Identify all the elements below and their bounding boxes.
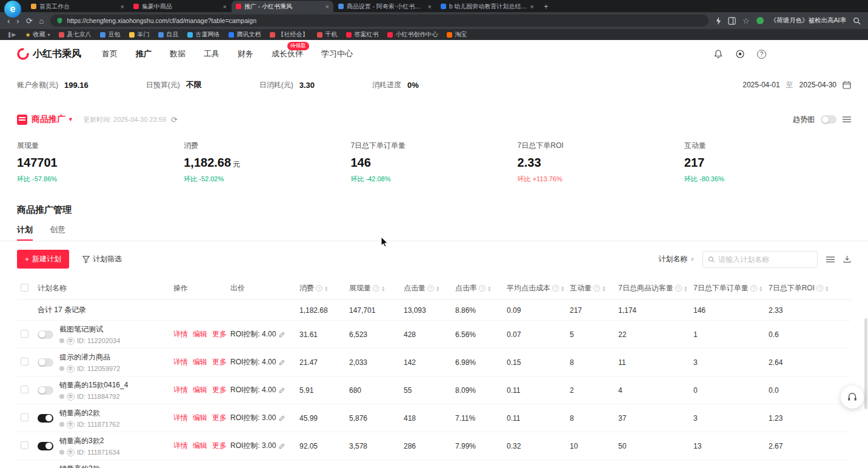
edit-link[interactable]: 编辑 <box>193 413 207 423</box>
customer-service-button[interactable] <box>841 386 864 409</box>
bookmark-item[interactable]: 豆包 <box>100 30 120 39</box>
browser-logo-icon[interactable]: e <box>4 1 21 18</box>
bookmark-item[interactable]: 腾讯文档 <box>229 30 261 39</box>
plan-status-toggle[interactable] <box>38 414 53 423</box>
bookmark-item[interactable]: 古厦网络 <box>187 30 219 39</box>
reload-icon[interactable]: ⟳ <box>26 17 33 25</box>
rewards-icon[interactable] <box>735 49 745 59</box>
app-logo[interactable]: 小红书乘风 <box>17 48 81 61</box>
edit-pencil-icon[interactable] <box>279 387 285 393</box>
profile-avatar[interactable] <box>756 17 764 24</box>
sort-icon[interactable]: ▲▼ <box>487 286 491 292</box>
more-link[interactable]: 更多 <box>212 329 227 339</box>
lightning-icon[interactable] <box>715 17 721 25</box>
plan-search-input[interactable] <box>718 255 812 264</box>
bookmark-item[interactable]: 及七京八 <box>59 30 91 39</box>
tab-close-icon[interactable]: × <box>121 3 124 10</box>
download-icon[interactable] <box>843 255 851 263</box>
back-icon[interactable]: ‹ <box>7 17 10 25</box>
home-icon[interactable]: ⌂ <box>39 17 44 25</box>
nav-item[interactable]: 财务 待领取 <box>238 48 253 59</box>
plan-filter-button[interactable]: 计划筛选 <box>82 254 122 264</box>
sort-icon[interactable]: ▲▼ <box>602 286 606 292</box>
nav-item[interactable]: 学习中心 待领取 <box>321 48 353 59</box>
address-bar[interactable]: https://chengfeng.xiaohongshu.com/cf/ad/… <box>50 15 708 27</box>
edit-pencil-icon[interactable] <box>279 331 285 338</box>
trend-toggle[interactable] <box>821 115 836 124</box>
edit-pencil-icon[interactable] <box>279 359 285 366</box>
bookmark-item[interactable]: 淘宝 <box>447 30 467 39</box>
detail-link[interactable]: 详情 <box>173 441 188 451</box>
bookmark-favorites[interactable]: ★ 收藏 ▾ <box>25 30 50 39</box>
row-checkbox[interactable] <box>21 441 28 449</box>
row-checkbox[interactable] <box>21 330 28 338</box>
plan-status-toggle[interactable] <box>38 442 53 450</box>
bookmark-item[interactable]: 小红书创作中心 <box>387 30 438 39</box>
plan-status-toggle[interactable] <box>38 386 53 395</box>
tab-close-icon[interactable]: × <box>530 3 534 10</box>
date-range-picker[interactable]: 2025-04-01 至 2025-04-30 <box>743 80 851 90</box>
row-checkbox[interactable] <box>21 413 28 421</box>
refresh-icon[interactable]: ⟳ <box>171 115 178 124</box>
forward-icon[interactable]: › <box>16 17 19 25</box>
browser-tab[interactable]: 首页工作台 × <box>27 1 129 12</box>
edit-pencil-icon[interactable] <box>279 443 285 449</box>
plan-status-toggle[interactable] <box>38 330 53 339</box>
search-field-select[interactable]: 计划名称 ∨ <box>658 254 694 264</box>
column-settings-icon[interactable] <box>826 256 835 263</box>
search-icon[interactable] <box>853 17 861 25</box>
detail-link[interactable]: 详情 <box>173 413 188 423</box>
nav-item[interactable]: 工具 待领取 <box>204 48 219 59</box>
promotion-type-select[interactable]: 商品推广 <box>32 114 65 125</box>
bookmark-item[interactable]: 羊门 <box>129 30 149 39</box>
sort-icon[interactable]: ▲▼ <box>825 286 829 292</box>
new-plan-button[interactable]: + 新建计划 <box>17 250 69 269</box>
list-view-icon[interactable] <box>843 116 851 123</box>
more-link[interactable]: 更多 <box>212 357 227 367</box>
nav-item[interactable]: 首页 待领取 <box>102 48 118 59</box>
sort-icon[interactable]: ▲▼ <box>759 286 763 292</box>
edit-link[interactable]: 编辑 <box>193 385 207 395</box>
edit-link[interactable]: 编辑 <box>193 357 207 367</box>
detail-link[interactable]: 详情 <box>173 329 188 339</box>
nav-item[interactable]: 推广 待领取 <box>136 48 152 59</box>
bookmark-item[interactable]: 自且 <box>158 30 178 39</box>
favorite-star-icon[interactable]: ☆ <box>743 17 750 25</box>
nav-item[interactable]: 数据 待领取 <box>170 48 185 59</box>
help-icon[interactable]: ? <box>757 50 766 59</box>
detail-link[interactable]: 详情 <box>173 385 188 395</box>
browser-tab[interactable]: 推广 - 小红书乘风 × <box>232 1 333 12</box>
sort-icon[interactable]: ▲▼ <box>684 286 687 292</box>
sort-icon[interactable]: ▲▼ <box>436 286 439 292</box>
sidebar-panel-icon[interactable] <box>728 17 736 25</box>
bookmark-item[interactable]: 千机 <box>317 30 337 39</box>
edit-pencil-icon[interactable] <box>279 415 285 421</box>
more-link[interactable]: 更多 <box>212 385 227 395</box>
tab-close-icon[interactable]: × <box>326 3 329 10</box>
bookmark-item[interactable]: 【社经会】 <box>270 30 308 39</box>
browser-tab[interactable]: b 幼儿园劳动教育计划总结方案 × <box>436 1 538 12</box>
tab-close-icon[interactable]: × <box>223 3 227 10</box>
bookmarks-collapse-icon[interactable]: ❚▶ <box>7 32 16 38</box>
sort-icon[interactable]: ▲▼ <box>381 286 385 292</box>
bookmark-item[interactable]: 答案红书 <box>346 30 378 39</box>
new-tab-button[interactable]: + <box>544 2 549 11</box>
plan-status-toggle[interactable] <box>38 358 53 367</box>
more-link[interactable]: 更多 <box>212 413 227 423</box>
row-checkbox[interactable] <box>21 358 28 366</box>
detail-link[interactable]: 详情 <box>173 357 188 367</box>
nav-item[interactable]: 成长伙伴 待领取 <box>272 48 303 59</box>
manage-tab[interactable]: 创意 <box>50 224 65 241</box>
tab-close-icon[interactable]: × <box>428 3 432 10</box>
edit-link[interactable]: 编辑 <box>193 329 207 339</box>
edit-link[interactable]: 编辑 <box>193 441 207 451</box>
calendar-icon[interactable] <box>843 81 851 89</box>
page-scrollbar[interactable] <box>864 318 867 409</box>
browser-tab[interactable]: 集豪中商品 × <box>129 1 231 12</box>
manage-tab[interactable]: 计划 <box>17 224 33 241</box>
row-checkbox[interactable] <box>21 386 28 393</box>
more-link[interactable]: 更多 <box>212 441 227 451</box>
sort-icon[interactable]: ▲▼ <box>324 286 328 292</box>
chevron-down-icon[interactable]: ▼ <box>68 116 73 122</box>
sort-icon[interactable]: ▲▼ <box>561 286 564 292</box>
